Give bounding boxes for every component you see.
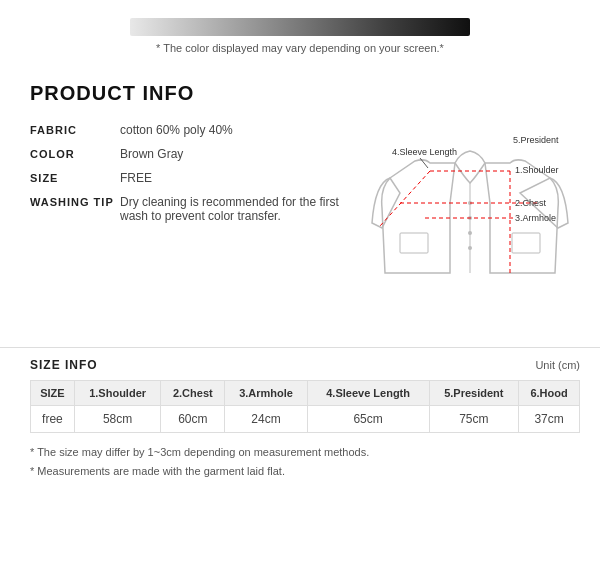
size-table: SIZE1.Shoulder2.Chest3.Armhole4.Sleeve L… <box>30 380 580 433</box>
table-cell: free <box>31 406 75 433</box>
info-value: FREE <box>120 171 152 185</box>
size-note: * Measurements are made with the garment… <box>30 462 580 481</box>
table-cell: 58cm <box>74 406 160 433</box>
size-info-section: SIZE INFO Unit (cm) SIZE1.Shoulder2.Ches… <box>0 347 600 480</box>
svg-text:2.Chest: 2.Chest <box>515 198 547 208</box>
svg-text:4.Sleeve Length: 4.Sleeve Length <box>392 147 457 157</box>
info-value: Dry cleaning is recommended for the firs… <box>120 195 350 223</box>
gradient-bar <box>130 18 470 36</box>
table-header-row: SIZE1.Shoulder2.Chest3.Armhole4.Sleeve L… <box>31 381 580 406</box>
jacket-diagram: 5.President 1.Shoulder 2.Chest 3.Armhole… <box>360 123 580 323</box>
color-note: * The color displayed may vary depending… <box>0 42 600 54</box>
info-value: cotton 60% poly 40% <box>120 123 233 137</box>
info-label: SIZE <box>30 171 120 184</box>
table-cell: 60cm <box>161 406 225 433</box>
table-col-header: 1.Shoulder <box>74 381 160 406</box>
svg-text:5.President: 5.President <box>513 135 559 145</box>
svg-text:3.Armhole: 3.Armhole <box>515 213 556 223</box>
table-cell: 37cm <box>519 406 580 433</box>
info-row: COLORBrown Gray <box>30 147 350 161</box>
size-notes: * The size may differ by 1~3cm depending… <box>30 443 580 480</box>
svg-point-5 <box>468 231 472 235</box>
table-cell: 65cm <box>307 406 429 433</box>
table-col-header: 4.Sleeve Length <box>307 381 429 406</box>
table-row: free58cm60cm24cm65cm75cm37cm <box>31 406 580 433</box>
info-row: FABRICcotton 60% poly 40% <box>30 123 350 137</box>
size-note: * The size may differ by 1~3cm depending… <box>30 443 580 462</box>
svg-rect-1 <box>400 233 428 253</box>
table-cell: 24cm <box>225 406 307 433</box>
table-cell: 75cm <box>429 406 519 433</box>
size-info-title: SIZE INFO <box>30 358 98 372</box>
table-col-header: 6.Hood <box>519 381 580 406</box>
info-row: WASHING TIPDry cleaning is recommended f… <box>30 195 350 223</box>
info-row: SIZEFREE <box>30 171 350 185</box>
table-col-header: 3.Armhole <box>225 381 307 406</box>
info-label: WASHING TIP <box>30 195 120 208</box>
info-value: Brown Gray <box>120 147 183 161</box>
info-label: FABRIC <box>30 123 120 136</box>
svg-rect-2 <box>512 233 540 253</box>
svg-point-6 <box>468 246 472 250</box>
product-info-title: PRODUCT INFO <box>30 82 600 105</box>
info-table: FABRICcotton 60% poly 40%COLORBrown Gray… <box>30 123 350 323</box>
unit-label: Unit (cm) <box>535 359 580 371</box>
table-col-header: 5.President <box>429 381 519 406</box>
table-col-header: SIZE <box>31 381 75 406</box>
svg-text:1.Shoulder: 1.Shoulder <box>515 165 559 175</box>
info-label: COLOR <box>30 147 120 160</box>
table-col-header: 2.Chest <box>161 381 225 406</box>
